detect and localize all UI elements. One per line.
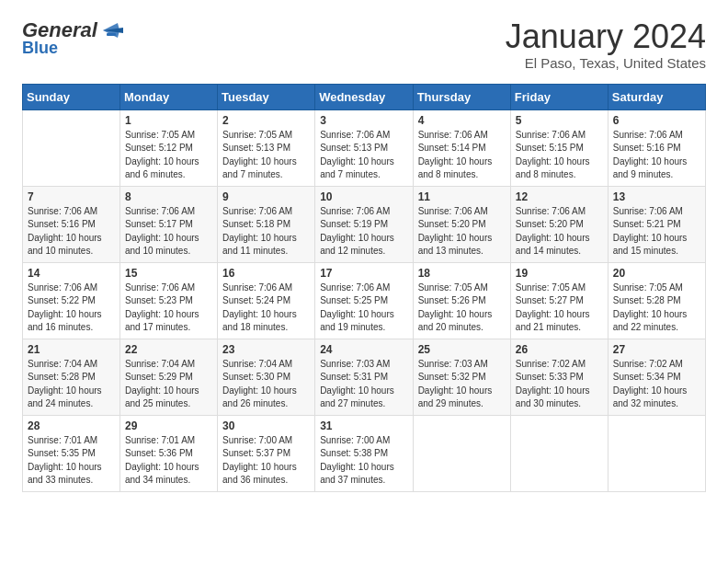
day-number: 5 (516, 114, 603, 127)
calendar-header-cell: Wednesday (315, 84, 413, 109)
cell-content: Sunrise: 7:06 AM Sunset: 5:17 PM Dayligh… (125, 205, 212, 259)
calendar-cell: 26Sunrise: 7:02 AM Sunset: 5:33 PM Dayli… (510, 339, 608, 415)
calendar-cell (413, 415, 510, 491)
calendar-cell: 11Sunrise: 7:06 AM Sunset: 5:20 PM Dayli… (413, 186, 510, 262)
calendar-header-row: SundayMondayTuesdayWednesdayThursdayFrid… (23, 84, 706, 109)
cell-content: Sunrise: 7:01 AM Sunset: 5:36 PM Dayligh… (125, 434, 212, 488)
calendar-cell (23, 109, 120, 186)
calendar-cell: 2Sunrise: 7:05 AM Sunset: 5:13 PM Daylig… (218, 109, 315, 186)
calendar-cell: 3Sunrise: 7:06 AM Sunset: 5:13 PM Daylig… (315, 109, 413, 186)
cell-content: Sunrise: 7:06 AM Sunset: 5:20 PM Dayligh… (516, 205, 603, 259)
day-number: 15 (125, 267, 212, 280)
day-number: 20 (613, 267, 700, 280)
calendar-cell: 19Sunrise: 7:05 AM Sunset: 5:27 PM Dayli… (510, 262, 608, 339)
day-number: 4 (418, 114, 506, 127)
day-number: 27 (613, 343, 700, 356)
calendar-cell: 7Sunrise: 7:06 AM Sunset: 5:16 PM Daylig… (23, 186, 120, 262)
cell-content: Sunrise: 7:06 AM Sunset: 5:16 PM Dayligh… (613, 129, 700, 182)
calendar-cell: 21Sunrise: 7:04 AM Sunset: 5:28 PM Dayli… (23, 339, 120, 415)
day-number: 17 (320, 267, 407, 280)
calendar-cell: 25Sunrise: 7:03 AM Sunset: 5:32 PM Dayli… (413, 339, 510, 415)
calendar-cell: 27Sunrise: 7:02 AM Sunset: 5:34 PM Dayli… (608, 339, 705, 415)
calendar-cell: 18Sunrise: 7:05 AM Sunset: 5:26 PM Dayli… (413, 262, 510, 339)
logo: General Blue (22, 18, 123, 58)
day-number: 19 (516, 267, 603, 280)
calendar-header-cell: Saturday (608, 84, 705, 109)
day-number: 2 (222, 114, 310, 127)
cell-content: Sunrise: 7:06 AM Sunset: 5:18 PM Dayligh… (222, 205, 310, 259)
title-area: January 2024 El Paso, Texas, United Stat… (506, 18, 706, 71)
day-number: 9 (222, 190, 310, 203)
day-number: 30 (222, 419, 310, 432)
month-title: January 2024 (506, 18, 706, 55)
cell-content: Sunrise: 7:04 AM Sunset: 5:28 PM Dayligh… (28, 358, 115, 411)
day-number: 31 (320, 419, 407, 432)
calendar-cell: 20Sunrise: 7:05 AM Sunset: 5:28 PM Dayli… (608, 262, 705, 339)
cell-content: Sunrise: 7:04 AM Sunset: 5:29 PM Dayligh… (125, 358, 212, 411)
svg-rect-2 (107, 33, 116, 36)
calendar-cell: 1Sunrise: 7:05 AM Sunset: 5:12 PM Daylig… (120, 109, 218, 186)
calendar-cell: 14Sunrise: 7:06 AM Sunset: 5:22 PM Dayli… (23, 262, 120, 339)
calendar-cell: 4Sunrise: 7:06 AM Sunset: 5:14 PM Daylig… (413, 109, 510, 186)
day-number: 7 (28, 190, 115, 203)
cell-content: Sunrise: 7:04 AM Sunset: 5:30 PM Dayligh… (222, 358, 310, 411)
cell-content: Sunrise: 7:06 AM Sunset: 5:20 PM Dayligh… (418, 205, 506, 259)
calendar-cell: 15Sunrise: 7:06 AM Sunset: 5:23 PM Dayli… (120, 262, 218, 339)
cell-content: Sunrise: 7:02 AM Sunset: 5:33 PM Dayligh… (516, 358, 603, 411)
cell-content: Sunrise: 7:06 AM Sunset: 5:25 PM Dayligh… (320, 282, 407, 335)
cell-content: Sunrise: 7:06 AM Sunset: 5:19 PM Dayligh… (320, 205, 407, 259)
cell-content: Sunrise: 7:05 AM Sunset: 5:13 PM Dayligh… (222, 129, 310, 182)
calendar-week-row: 7Sunrise: 7:06 AM Sunset: 5:16 PM Daylig… (23, 186, 706, 262)
cell-content: Sunrise: 7:05 AM Sunset: 5:26 PM Dayligh… (418, 282, 506, 335)
calendar-body: 1Sunrise: 7:05 AM Sunset: 5:12 PM Daylig… (23, 109, 706, 491)
cell-content: Sunrise: 7:06 AM Sunset: 5:24 PM Dayligh… (222, 282, 310, 335)
calendar-table: SundayMondayTuesdayWednesdayThursdayFrid… (22, 84, 706, 492)
calendar-week-row: 1Sunrise: 7:05 AM Sunset: 5:12 PM Daylig… (23, 109, 706, 186)
day-number: 24 (320, 343, 407, 356)
calendar-cell: 6Sunrise: 7:06 AM Sunset: 5:16 PM Daylig… (608, 109, 705, 186)
day-number: 12 (516, 190, 603, 203)
calendar-cell: 30Sunrise: 7:00 AM Sunset: 5:37 PM Dayli… (218, 415, 315, 491)
calendar-week-row: 28Sunrise: 7:01 AM Sunset: 5:35 PM Dayli… (23, 415, 706, 491)
calendar-cell: 16Sunrise: 7:06 AM Sunset: 5:24 PM Dayli… (218, 262, 315, 339)
calendar-header-cell: Thursday (413, 84, 510, 109)
day-number: 26 (516, 343, 603, 356)
day-number: 22 (125, 343, 212, 356)
calendar-cell: 10Sunrise: 7:06 AM Sunset: 5:19 PM Dayli… (315, 186, 413, 262)
calendar-header-cell: Monday (120, 84, 218, 109)
day-number: 8 (125, 190, 212, 203)
day-number: 25 (418, 343, 506, 356)
cell-content: Sunrise: 7:00 AM Sunset: 5:37 PM Dayligh… (222, 434, 310, 488)
calendar-cell: 24Sunrise: 7:03 AM Sunset: 5:31 PM Dayli… (315, 339, 413, 415)
calendar-header-cell: Tuesday (218, 84, 315, 109)
cell-content: Sunrise: 7:05 AM Sunset: 5:27 PM Dayligh… (516, 282, 603, 335)
cell-content: Sunrise: 7:02 AM Sunset: 5:34 PM Dayligh… (613, 358, 700, 411)
calendar-cell: 17Sunrise: 7:06 AM Sunset: 5:25 PM Dayli… (315, 262, 413, 339)
cell-content: Sunrise: 7:06 AM Sunset: 5:23 PM Dayligh… (125, 282, 212, 335)
day-number: 13 (613, 190, 700, 203)
cell-content: Sunrise: 7:05 AM Sunset: 5:28 PM Dayligh… (613, 282, 700, 335)
cell-content: Sunrise: 7:00 AM Sunset: 5:38 PM Dayligh… (320, 434, 407, 488)
location-title: El Paso, Texas, United States (506, 55, 706, 71)
calendar-week-row: 21Sunrise: 7:04 AM Sunset: 5:28 PM Dayli… (23, 339, 706, 415)
calendar-cell: 23Sunrise: 7:04 AM Sunset: 5:30 PM Dayli… (218, 339, 315, 415)
calendar-cell: 13Sunrise: 7:06 AM Sunset: 5:21 PM Dayli… (608, 186, 705, 262)
cell-content: Sunrise: 7:06 AM Sunset: 5:16 PM Dayligh… (28, 205, 115, 259)
day-number: 23 (222, 343, 310, 356)
day-number: 3 (320, 114, 407, 127)
calendar-header-cell: Sunday (23, 84, 120, 109)
calendar-cell (608, 415, 705, 491)
calendar-cell: 8Sunrise: 7:06 AM Sunset: 5:17 PM Daylig… (120, 186, 218, 262)
day-number: 6 (613, 114, 700, 127)
calendar-cell: 12Sunrise: 7:06 AM Sunset: 5:20 PM Dayli… (510, 186, 608, 262)
day-number: 21 (28, 343, 115, 356)
calendar-header-cell: Friday (510, 84, 608, 109)
cell-content: Sunrise: 7:06 AM Sunset: 5:13 PM Dayligh… (320, 129, 407, 182)
calendar-week-row: 14Sunrise: 7:06 AM Sunset: 5:22 PM Dayli… (23, 262, 706, 339)
day-number: 11 (418, 190, 506, 203)
day-number: 10 (320, 190, 407, 203)
header: General Blue January 2024 El Paso, Texas… (22, 18, 706, 71)
cell-content: Sunrise: 7:06 AM Sunset: 5:22 PM Dayligh… (28, 282, 115, 335)
cell-content: Sunrise: 7:03 AM Sunset: 5:32 PM Dayligh… (418, 358, 506, 411)
calendar-cell: 31Sunrise: 7:00 AM Sunset: 5:38 PM Dayli… (315, 415, 413, 491)
